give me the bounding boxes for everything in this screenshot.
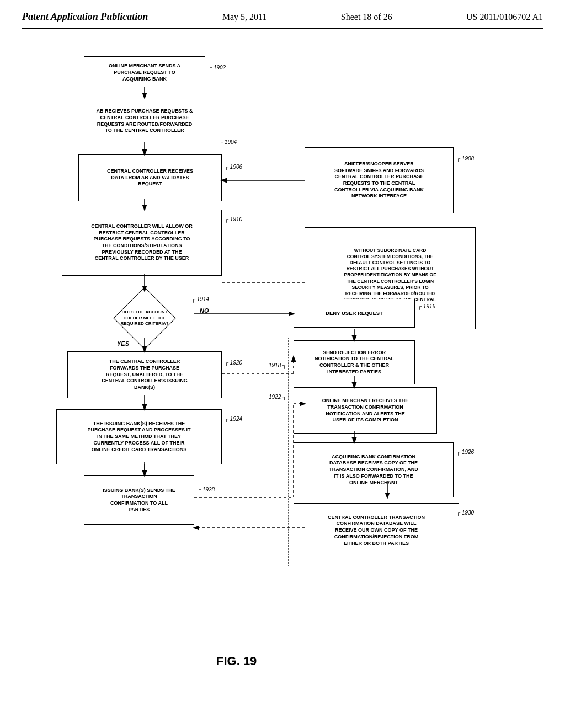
tag-1902: ┌ 1902 — [208, 65, 226, 71]
node-1924: THE ISSUING BANK(S) RECEIVES THE PURCHAS… — [56, 409, 222, 464]
node-1910: CENTRAL CONTROLLER WILL ALLOW OR RESTRIC… — [62, 210, 222, 276]
tag-1920: ┌ 1920 — [225, 360, 242, 366]
node-1928: ISSUING BANK(S) SENDS THE TRANSACTION CO… — [84, 475, 194, 525]
dashed-boundary — [288, 338, 470, 566]
tag-1916: ┌ 1916 — [418, 303, 435, 309]
tag-1908: ┌ 1908 — [456, 156, 474, 162]
node-1916: DENY USER REQUEST — [294, 299, 415, 328]
node-1904: AB RECIEVES PURCHASE REQUESTS & CENTRAL … — [73, 98, 216, 144]
header: Patent Application Publication May 5, 20… — [22, 11, 543, 29]
tag-1922: 1922 ┐ — [269, 394, 286, 400]
tag-1906: ┌ 1906 — [225, 164, 242, 170]
no-label: NO — [200, 307, 209, 314]
tag-1904: ┌ 1904 — [219, 139, 237, 145]
tag-1928: ┌ 1928 — [197, 486, 215, 493]
sheet-number: Sheet 18 of 26 — [341, 12, 392, 22]
page: Patent Application Publication May 5, 20… — [0, 0, 565, 728]
tag-1918: 1918 ┐ — [269, 362, 286, 368]
publication-title: Patent Application Publication — [22, 11, 148, 23]
tag-1924: ┌ 1924 — [225, 416, 242, 422]
node-1920: THE CENTRAL CONTROLLER FORWARDS THE PURC… — [67, 351, 222, 398]
node-1902: ONLINE MERCHANT SENDS A PURCHASE REQUEST… — [84, 56, 205, 89]
tag-1910: ┌ 1910 — [225, 216, 242, 222]
tag-1914: ┌ 1914 — [191, 296, 209, 302]
node-1906: CENTRAL CONTROLLER RECEIVES DATA FROM AB… — [78, 154, 222, 201]
publication-date: May 5, 2011 — [222, 12, 267, 22]
figure-label: FIG. 19 — [216, 654, 257, 668]
node-1908: SNIFFER/SNOOPER SERVER SOFTWARE SNIFFS A… — [305, 147, 454, 213]
patent-number: US 2011/0106702 A1 — [466, 12, 543, 22]
node-diamond-1914: DOES THE ACCOUNT HOLDER MEET THE REQUIRE… — [100, 291, 189, 346]
diagram: ONLINE MERCHANT SENDS A PURCHASE REQUEST… — [23, 45, 542, 668]
